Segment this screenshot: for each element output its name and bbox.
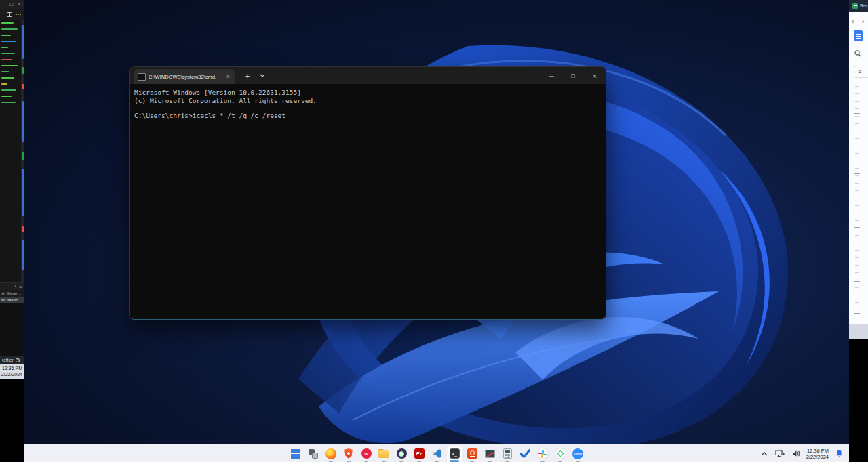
zoom-icon: zoom <box>572 448 583 459</box>
taskbar-item-orange-app[interactable] <box>464 446 480 462</box>
new-tab-button[interactable]: + <box>240 67 255 84</box>
browser-bottom-bar <box>849 324 868 339</box>
panel-header: ^ × <box>0 282 24 290</box>
system-tray: 12:36 PM 2/22/2024 <box>760 444 845 462</box>
tray-chevron-up-icon[interactable] <box>760 450 769 457</box>
more-actions-icon[interactable]: ⋯ <box>16 12 21 18</box>
list-icon: ≡ <box>858 68 861 75</box>
black-fill <box>849 339 868 462</box>
editor-titlebar: □ × <box>0 0 24 9</box>
split-editor-icon[interactable] <box>7 12 12 17</box>
brave-icon <box>344 448 353 459</box>
slack-icon <box>538 448 548 459</box>
terminal-tab-title: C:\WINDOWS\system32\cmd. <box>149 74 222 80</box>
taskbar-item-slack[interactable] <box>534 446 551 462</box>
tray-clock[interactable]: 12:36 PM 2/22/2024 <box>806 448 829 460</box>
prettier-label[interactable]: rettier <box>2 358 14 362</box>
doc-mark <box>854 227 860 228</box>
maximize-button[interactable]: □ <box>562 67 584 84</box>
taskbar-item-command-prompt[interactable]: >_ <box>446 446 462 462</box>
terminal-blank-line <box>134 104 606 112</box>
editor-statusbar: rettier <box>0 356 24 364</box>
embedded-clock-time: 12:36 PM <box>0 365 22 371</box>
network-icon[interactable] <box>774 448 786 459</box>
terminal-titlebar[interactable]: C:\WINDOWS\system32\cmd. × + — □ × <box>130 67 606 84</box>
taskbar-item-firefox[interactable] <box>323 446 339 462</box>
close-icon[interactable]: × <box>18 1 21 7</box>
taskbar: ∞ Fz >_ <box>24 444 849 462</box>
restore-icon[interactable]: □ <box>9 1 13 7</box>
tab-close-icon[interactable]: × <box>225 73 231 80</box>
terminal-tab-label: sh dashb… <box>1 298 22 302</box>
doc-mark <box>854 113 860 114</box>
sync-icon <box>16 358 20 362</box>
red-circle-app-icon: ∞ <box>361 448 372 459</box>
taskbar-item-file-explorer[interactable] <box>376 446 392 462</box>
screen-pen-app-icon <box>485 450 495 458</box>
terminal-tab[interactable]: C:\WINDOWS\system32\cmd. × <box>134 69 235 84</box>
embedded-clock: 12:36 PM 2/22/2024 <box>0 364 24 379</box>
terminal-tab-siege[interactable]: sh Siege… <box>0 290 24 297</box>
browser-content: ‹ › ≡ <box>849 12 868 324</box>
filezilla-icon: Fz <box>414 448 425 459</box>
taskbar-item-vscode[interactable] <box>429 446 445 462</box>
taskbar-item-brave[interactable] <box>340 446 357 462</box>
speaker-icon[interactable] <box>791 448 802 459</box>
taskbar-item-zoom[interactable]: zoom <box>570 446 586 462</box>
code-fragment <box>1 22 18 108</box>
partial-code-editor-window: □ × ⋯ <box>0 0 24 462</box>
terminal-window: C:\WINDOWS\system32\cmd. × + — □ × Micro… <box>129 66 606 320</box>
tab-dropdown-button[interactable] <box>255 67 270 84</box>
terminal-tab-dashboard[interactable]: sh dashb… <box>0 297 24 303</box>
file-explorer-icon <box>378 449 389 458</box>
notification-bell-icon[interactable] <box>833 448 845 459</box>
task-view-button[interactable] <box>305 446 321 462</box>
close-button[interactable]: × <box>584 67 606 84</box>
sheet-favicon <box>852 3 858 9</box>
browser-tabbar[interactable]: Rec <box>849 0 868 12</box>
taskbar-item-calculator[interactable] <box>499 446 515 462</box>
tray-date: 2/22/2024 <box>806 454 829 460</box>
titlebar-drag-area[interactable] <box>270 67 540 84</box>
terminal-line: Microsoft Windows [Version 10.0.22631.31… <box>134 89 606 97</box>
firefox-icon <box>326 448 336 459</box>
green-diamond-icon <box>555 448 566 459</box>
browser-nav-arrows[interactable]: ‹ › <box>852 17 867 25</box>
taskbar-item-screen-annotate[interactable] <box>481 446 498 462</box>
taskbar-item-red-app[interactable]: ∞ <box>358 446 374 462</box>
terminal-line: (c) Microsoft Corporation. All rights re… <box>134 97 606 105</box>
vscode-icon <box>432 448 442 459</box>
blue-check-icon <box>520 448 530 459</box>
command-prompt-icon: >_ <box>450 448 460 459</box>
orange-square-app-icon <box>467 448 477 459</box>
taskbar-item-green-diamond-app[interactable] <box>552 446 568 462</box>
search-icon[interactable] <box>854 47 861 60</box>
terminal-prompt-line: C:\Users\chris>icacls * /t /q /c /reset <box>134 112 606 120</box>
doc-mark <box>854 313 860 314</box>
panel-collapse-icon[interactable]: ^ <box>14 285 16 289</box>
cmd-icon <box>138 73 146 81</box>
taskbar-item-filezilla[interactable]: Fz <box>411 446 427 462</box>
embedded-clock-date: 2/22/2024 <box>0 371 22 377</box>
start-button[interactable] <box>288 446 304 462</box>
list-view-box[interactable]: ≡ <box>854 66 868 78</box>
terminal-tab-label: sh Siege… <box>1 291 21 295</box>
panel-body <box>0 303 24 356</box>
task-view-icon <box>309 449 318 459</box>
calculator-icon <box>503 448 512 459</box>
partial-browser-window: Rec ‹ › ≡ <box>849 0 868 462</box>
tor-browser-icon <box>397 448 407 459</box>
minimize-button[interactable]: — <box>540 67 562 84</box>
taskbar-item-tor-browser[interactable] <box>393 446 410 462</box>
taskbar-icons: ∞ Fz >_ <box>288 445 586 462</box>
editor-toolbar: ⋯ <box>0 9 24 20</box>
panel-close-icon[interactable]: × <box>19 285 22 289</box>
editor-scrollbar[interactable] <box>21 20 24 282</box>
tray-time: 12:36 PM <box>806 448 829 454</box>
windows-logo-icon <box>291 449 300 459</box>
google-docs-icon[interactable] <box>854 30 863 41</box>
editor-code-area[interactable] <box>0 20 24 282</box>
terminal-output[interactable]: Microsoft Windows [Version 10.0.22631.31… <box>130 84 606 120</box>
browser-tab-label: Rec <box>860 3 868 8</box>
taskbar-item-blue-check-app[interactable] <box>517 446 533 462</box>
